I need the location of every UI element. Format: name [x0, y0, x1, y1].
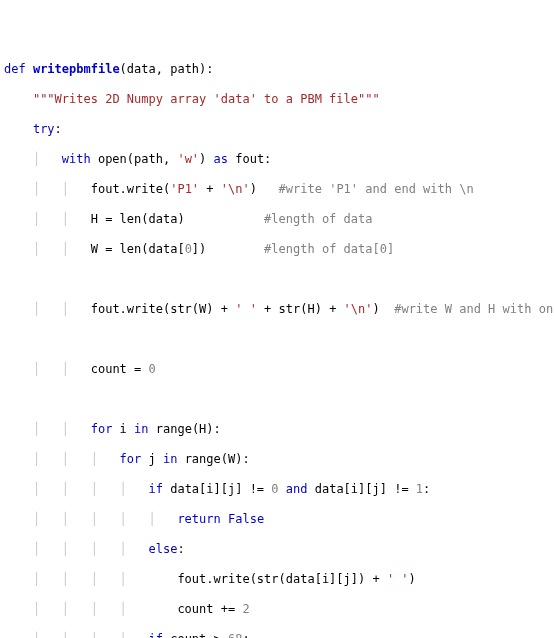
code-line[interactable]: try:	[4, 122, 550, 137]
code-line[interactable]: │ │ for i in range(H):	[4, 422, 550, 437]
code-line[interactable]: """Writes 2D Numpy array 'data' to a PBM…	[4, 92, 550, 107]
code-line[interactable]: │ with open(path, 'w') as fout:	[4, 152, 550, 167]
code-line[interactable]: def writepbmfile(data, path):	[4, 62, 550, 77]
code-line[interactable]	[4, 272, 550, 287]
code-line[interactable]: │ │ │ │ fout.write(str(data[i][j]) + ' '…	[4, 572, 550, 587]
code-line[interactable]	[4, 392, 550, 407]
code-line[interactable]	[4, 332, 550, 347]
code-line[interactable]: │ │ │ │ │ return False	[4, 512, 550, 527]
code-line[interactable]: │ │ W = len(data[0]) #length of data[0]	[4, 242, 550, 257]
code-line[interactable]: │ │ │ │ else:	[4, 542, 550, 557]
code-line[interactable]: │ │ │ for j in range(W):	[4, 452, 550, 467]
code-line[interactable]: │ │ fout.write(str(W) + ' ' + str(H) + '…	[4, 302, 550, 317]
code-line[interactable]: │ │ count = 0	[4, 362, 550, 377]
code-line[interactable]: │ │ │ │ if count > 68:	[4, 632, 550, 638]
code-line[interactable]: │ │ fout.write('P1' + '\n') #write 'P1' …	[4, 182, 550, 197]
code-line[interactable]: │ │ │ │ if data[i][j] != 0 and data[i][j…	[4, 482, 550, 497]
code-line[interactable]: │ │ H = len(data) #length of data	[4, 212, 550, 227]
code-line[interactable]: │ │ │ │ count += 2	[4, 602, 550, 617]
